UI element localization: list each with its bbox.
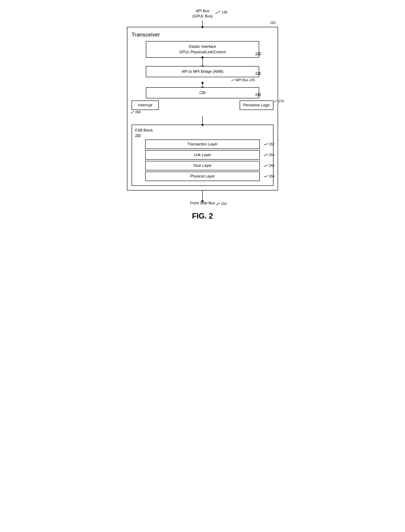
mpi-bus-ref: 235 [250, 78, 255, 82]
transceiver-box: 120 Transceiver Elastic Interface GPUL P… [127, 27, 278, 191]
pervasive-area: Pervasive Logic 270 [240, 100, 273, 110]
elastic-interface-block: Elastic Interface GPUL Physical/Link/Con… [146, 41, 259, 58]
api-bus-ref: 130 [222, 11, 227, 14]
elastic-interface-line1: Elastic Interface [189, 45, 216, 49]
physical-layer-label: Physical Layer [190, 174, 215, 178]
transaction-layer-ref-area: 252 [264, 142, 275, 146]
arrow-fsb-to-front-bus [202, 191, 203, 201]
figure-label: FIG. 2 [127, 212, 278, 220]
cbi-block: CBI 240 [146, 87, 259, 98]
link-layer-label: Link Layer [194, 153, 211, 157]
pervasive-logic-label: Pervasive Logic [243, 103, 270, 107]
physical-layer-ref-area: 258 [264, 174, 275, 178]
front-side-bus-area: Front Side Bus 150 [190, 201, 215, 205]
arrow-cbi-to-fsb [202, 116, 203, 125]
arrow-api-to-transceiver [202, 20, 203, 27]
fsb-layers: Transaction Layer 252 Link Layer 254 [145, 140, 260, 181]
arrow-amb-to-cbi [202, 83, 203, 87]
link-layer-ref: 254 [269, 153, 275, 157]
physical-layer-row: Physical Layer 258 [145, 172, 260, 181]
interrupt-area: Interrupt 260 [132, 100, 159, 110]
api-bus-line2: (GPUL Bus) [192, 14, 213, 18]
cbi-area: CBI 240 Interrupt 260 Pervasive Logic [132, 83, 273, 110]
physical-layer-block: Physical Layer [145, 172, 260, 181]
transaction-layer-block: Transaction Layer [145, 140, 260, 149]
transaction-layer-label: Transaction Layer [187, 142, 217, 146]
link-layer-row: Link Layer 254 [145, 150, 260, 160]
mpi-bus-label-area: MPI Bus 235 [231, 78, 255, 82]
fsb-label: FSB Block [135, 128, 270, 133]
glue-layer-row: Glue Layer 256 [145, 161, 260, 170]
glue-layer-label: Glue Layer [193, 163, 212, 168]
glue-layer-ref: 256 [269, 164, 275, 168]
fsb-outer-block: FSB Block 250 Transaction Layer 252 [132, 125, 273, 186]
pervasive-logic-box: Pervasive Logic [240, 100, 273, 110]
glue-layer-block: Glue Layer [145, 161, 260, 170]
elastic-interface-ref: 220 [255, 51, 261, 56]
interrupt-ref-area: 260 [130, 110, 141, 114]
api-bus-label: API Bus (GPUL Bus) [192, 8, 213, 19]
cbi-label: CBI [199, 91, 206, 95]
mpi-bus-label: MPI Bus [236, 78, 248, 82]
interrupt-box: Interrupt [132, 100, 159, 110]
transaction-layer-row: Transaction Layer 252 [145, 140, 260, 149]
interrupt-ref: 260 [135, 110, 141, 114]
physical-layer-ref: 258 [269, 174, 275, 178]
fsb-ref: 250 [135, 134, 270, 137]
page: API Bus (GPUL Bus) 130 120 Transceiver E… [123, 4, 282, 225]
amb-block: API to MPI Bridge (AMB) 230 [146, 66, 259, 77]
cbi-ref: 240 [255, 92, 261, 97]
side-boxes-row: Interrupt 260 Pervasive Logic 270 [132, 100, 273, 110]
transceiver-ref: 120 [270, 21, 276, 25]
transceiver-label: Transceiver [132, 32, 273, 38]
front-side-bus-label: Front Side Bus [190, 201, 215, 205]
elastic-interface-line2: GPUL Physical/Link/Control [179, 50, 226, 54]
front-side-bus-ref: 150 [221, 202, 227, 206]
pervasive-ref: 270 [278, 100, 284, 103]
link-layer-block: Link Layer [145, 150, 260, 160]
interrupt-label: Interrupt [138, 103, 152, 107]
amb-label: API to MPI Bridge (AMB) [182, 69, 223, 74]
pervasive-ref-area: 270 [274, 100, 284, 103]
bottom-area: Front Side Bus 150 [127, 201, 278, 205]
amb-ref: 230 [255, 71, 261, 76]
glue-layer-ref-area: 256 [264, 164, 275, 168]
api-bus-line1: API Bus [196, 9, 209, 13]
transaction-layer-ref: 252 [269, 142, 275, 146]
front-side-bus-ref-area: 150 [216, 202, 227, 206]
arrow-elastic-to-amb [202, 58, 203, 66]
link-layer-ref-area: 254 [264, 153, 275, 157]
top-area: API Bus (GPUL Bus) 130 [127, 8, 278, 27]
